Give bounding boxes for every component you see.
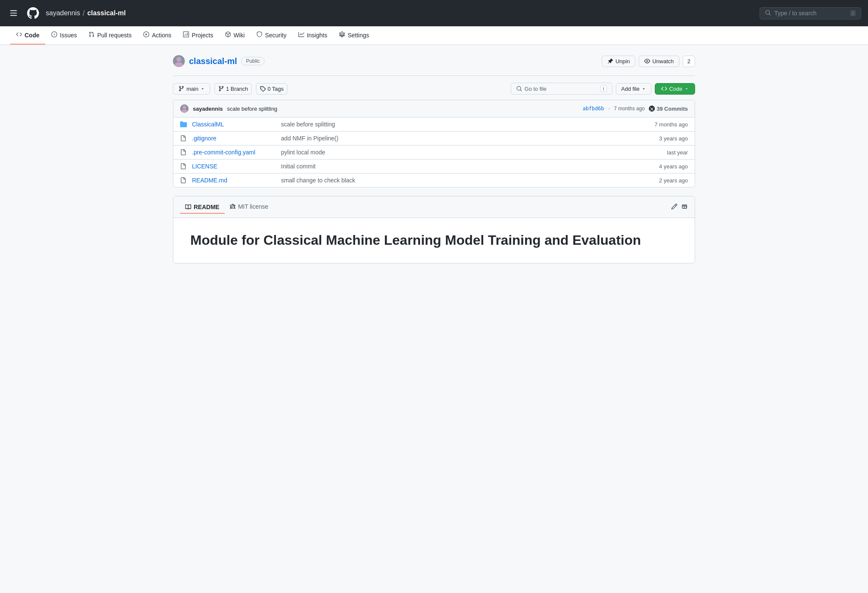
repo-navigation: Code Issues Pull requests Actions <box>0 26 868 45</box>
file-time: last year <box>645 149 688 156</box>
readme-tab[interactable]: README <box>180 201 225 214</box>
file-icon <box>180 163 188 169</box>
file-commit-msg: small change to check black <box>281 177 641 184</box>
repo-header: classical-ml Public Unpin Unwatch 2 <box>173 55 695 67</box>
unwatch-button[interactable]: Unwatch <box>639 56 679 67</box>
nav-issues-label: Issues <box>60 32 77 39</box>
breadcrumb: sayadennis / classical-ml <box>46 9 126 18</box>
global-search[interactable]: Type / to search / <box>760 7 861 20</box>
toc-icon[interactable] <box>681 203 688 211</box>
file-commit-msg: scale before splitting <box>281 121 641 128</box>
branch-count[interactable]: 1 Branch <box>214 83 252 95</box>
projects-icon <box>183 31 189 39</box>
readme-section: README MIT license <box>173 196 695 263</box>
commit-message: scale before splitting <box>227 106 278 112</box>
nav-item-actions[interactable]: Actions <box>137 26 177 45</box>
go-to-file-label: Go to file <box>525 86 547 92</box>
nav-item-settings[interactable]: Settings <box>333 26 375 45</box>
breadcrumb-user[interactable]: sayadennis <box>46 9 80 17</box>
nav-wiki-label: Wiki <box>234 32 245 39</box>
add-file-label: Add file <box>621 86 640 92</box>
license-tab-label: MIT license <box>238 203 268 210</box>
edit-readme-icon[interactable] <box>671 203 678 211</box>
github-logo[interactable] <box>27 7 39 19</box>
nav-item-wiki[interactable]: Wiki <box>219 26 250 45</box>
code-button[interactable]: Code <box>655 83 695 95</box>
main-content: classical-ml Public Unpin Unwatch 2 <box>163 45 705 274</box>
divider <box>173 76 695 76</box>
unpin-label: Unpin <box>615 58 630 64</box>
issue-icon <box>51 31 57 39</box>
branch-toolbar: main 1 Branch 0 Tags <box>173 83 695 95</box>
commit-time: · <box>608 106 609 112</box>
svg-point-1 <box>175 62 183 67</box>
svg-point-0 <box>176 57 181 62</box>
code-icon <box>16 31 22 39</box>
repo-header-left: classical-ml Public <box>173 55 264 67</box>
t-key: t <box>600 85 606 92</box>
file-name[interactable]: LICENSE <box>192 163 277 170</box>
tag-count-label: 0 Tags <box>267 86 284 92</box>
readme-tab-label: README <box>194 204 220 210</box>
visibility-badge: Public <box>241 57 264 65</box>
commit-hash[interactable]: abfbd6b <box>583 106 604 112</box>
nav-pr-label: Pull requests <box>97 32 131 39</box>
breadcrumb-repo[interactable]: classical-ml <box>87 9 126 17</box>
license-tab[interactable]: MIT license <box>225 201 273 213</box>
go-to-file[interactable]: Go to file t <box>511 83 612 95</box>
file-icon <box>180 177 188 183</box>
file-name[interactable]: .gitignore <box>192 135 277 142</box>
branch-toolbar-right: Go to file t Add file Code <box>511 83 695 95</box>
file-table: sayadennis scale before splitting abfbd6… <box>173 100 695 187</box>
repo-name[interactable]: classical-ml <box>189 56 237 66</box>
nav-item-insights[interactable]: Insights <box>292 26 333 45</box>
file-name[interactable]: ClassicalML <box>192 121 277 128</box>
security-icon <box>256 31 262 39</box>
table-row: .pre-commit-config.yaml pylint local mod… <box>173 145 695 159</box>
svg-point-2 <box>183 106 186 109</box>
file-icon <box>180 135 188 141</box>
file-time: 2 years ago <box>645 177 688 184</box>
commit-info-row: sayadennis scale before splitting abfbd6… <box>173 100 695 117</box>
nav-projects-label: Projects <box>192 32 213 39</box>
svg-point-3 <box>181 109 187 113</box>
nav-item-pullrequests[interactable]: Pull requests <box>83 26 137 45</box>
repo-header-right: Unpin Unwatch 2 <box>602 56 695 67</box>
pr-icon <box>89 31 95 39</box>
table-row: LICENSE Initial commit 4 years ago <box>173 159 695 173</box>
add-file-button[interactable]: Add file <box>616 83 651 95</box>
breadcrumb-slash: / <box>83 9 85 18</box>
nav-security-label: Security <box>265 32 287 39</box>
file-name[interactable]: README.md <box>192 177 277 184</box>
file-name[interactable]: .pre-commit-config.yaml <box>192 149 277 156</box>
commits-count: 39 Commits <box>657 106 688 112</box>
nav-insights-label: Insights <box>307 32 327 39</box>
settings-icon <box>339 31 345 39</box>
search-placeholder: Type / to search <box>774 10 847 17</box>
nav-item-issues[interactable]: Issues <box>45 26 83 45</box>
hamburger-menu[interactable] <box>7 6 20 20</box>
file-time: 7 months ago <box>645 121 688 128</box>
nav-item-projects[interactable]: Projects <box>177 26 219 45</box>
search-kbd: / <box>850 10 856 16</box>
commit-meta: abfbd6b · 7 months ago 39 Commits <box>583 106 688 112</box>
nav-actions-label: Actions <box>152 32 171 39</box>
unpin-button[interactable]: Unpin <box>602 56 635 67</box>
nav-item-code[interactable]: Code <box>10 26 45 45</box>
readme-body: Module for Classical Machine Learning Mo… <box>173 218 695 263</box>
commits-link[interactable]: 39 Commits <box>649 106 688 112</box>
nav-code-label: Code <box>25 32 39 39</box>
readme-header: README MIT license <box>173 196 695 218</box>
file-icon <box>180 149 188 155</box>
table-row: .gitignore add NMF in Pipeline() 3 years… <box>173 131 695 145</box>
nav-item-security[interactable]: Security <box>250 26 292 45</box>
tag-count[interactable]: 0 Tags <box>256 83 287 95</box>
commit-author[interactable]: sayadennis <box>193 106 223 112</box>
watch-count[interactable]: 2 <box>683 56 695 67</box>
unwatch-label: Unwatch <box>652 58 674 64</box>
insights-icon <box>298 31 304 39</box>
branch-selector[interactable]: main <box>173 83 210 95</box>
wiki-icon <box>225 31 231 39</box>
top-navigation: sayadennis / classical-ml Type / to sear… <box>0 0 868 26</box>
file-commit-msg: Initial commit <box>281 163 641 170</box>
